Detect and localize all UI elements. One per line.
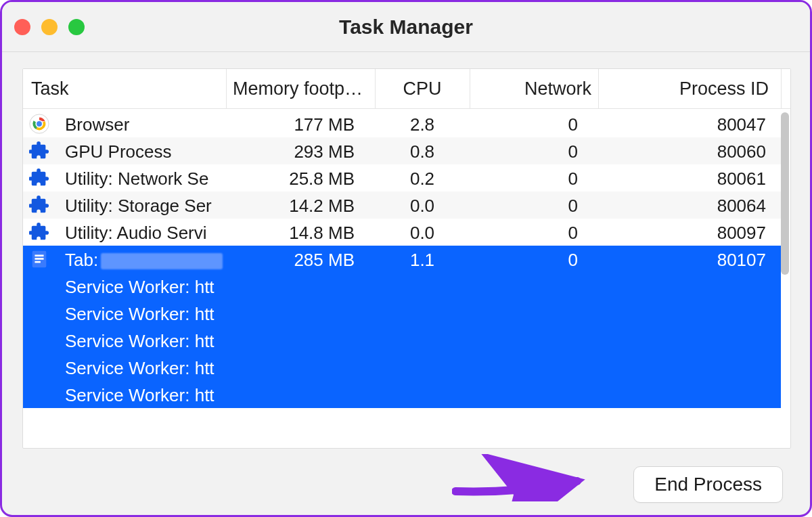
redacted-text — [101, 253, 223, 269]
memory-cell: 14.2 MB — [226, 192, 361, 219]
puzzle-icon — [28, 167, 50, 189]
table-row[interactable]: Service Worker: htt — [23, 327, 781, 354]
pid-cell: 80107 — [598, 246, 781, 273]
puzzle-icon — [28, 194, 50, 216]
col-header-task[interactable]: Task — [23, 69, 226, 109]
pid-cell: 80061 — [598, 164, 781, 192]
task-name: Service Worker: htt — [65, 327, 226, 354]
memory-cell — [226, 354, 361, 381]
content-area: Task Memory footp… CPU Network Process I… — [2, 52, 810, 455]
task-name: Utility: Audio Servi — [65, 219, 226, 246]
network-cell: 0 — [470, 137, 598, 164]
pid-cell: 80060 — [598, 137, 781, 164]
cpu-cell — [375, 381, 470, 408]
task-name: Service Worker: htt — [65, 354, 226, 381]
memory-cell: 285 MB — [226, 246, 361, 273]
task-name: Browser — [65, 110, 226, 137]
minimize-icon[interactable] — [41, 19, 58, 35]
window-title: Task Manager — [2, 16, 810, 39]
titlebar: Task Manager — [2, 2, 810, 52]
cpu-cell — [375, 300, 470, 327]
pid-cell: 80064 — [598, 192, 781, 219]
task-name: Tab: — [65, 246, 226, 273]
col-header-network[interactable]: Network — [470, 69, 598, 109]
cpu-cell: 0.0 — [375, 219, 470, 246]
network-cell: 0 — [470, 219, 598, 246]
table-row[interactable]: GPU Process293 MB0.8080060 — [23, 137, 781, 164]
table-row[interactable]: Utility: Network Se25.8 MB0.2080061 — [23, 164, 781, 192]
pid-cell — [598, 354, 781, 381]
pid-cell — [598, 300, 781, 327]
blank-icon — [28, 384, 50, 405]
col-divider — [598, 69, 599, 109]
col-header-cpu[interactable]: CPU — [375, 69, 470, 109]
cpu-cell: 2.8 — [375, 110, 470, 137]
pid-cell — [598, 273, 781, 300]
col-divider — [781, 69, 782, 109]
task-name: GPU Process — [65, 137, 226, 164]
memory-cell — [226, 381, 361, 408]
network-cell — [470, 273, 598, 300]
table-header: Task Memory footp… CPU Network Process I… — [23, 69, 790, 109]
cpu-cell: 0.8 — [375, 137, 470, 164]
blank-icon — [28, 275, 50, 297]
cpu-cell: 0.2 — [375, 164, 470, 192]
table-row[interactable]: Service Worker: htt — [23, 300, 781, 327]
network-cell — [470, 327, 598, 354]
memory-cell: 177 MB — [226, 110, 361, 137]
col-header-pid[interactable]: Process ID — [598, 69, 781, 109]
table-row[interactable]: Service Worker: htt — [23, 354, 781, 381]
network-cell: 0 — [470, 164, 598, 192]
svg-rect-4 — [35, 254, 43, 256]
task-manager-window: Task Manager Task Memory footp… CPU Netw… — [0, 0, 812, 517]
chrome-icon — [28, 113, 50, 135]
pid-cell: 80047 — [598, 110, 781, 137]
footer: End Process — [2, 454, 810, 515]
svg-point-2 — [37, 121, 42, 127]
zoom-icon[interactable] — [68, 19, 85, 35]
blank-icon — [28, 357, 50, 378]
blank-icon — [28, 302, 50, 324]
svg-rect-6 — [35, 261, 40, 263]
memory-cell — [226, 327, 361, 354]
task-name: Service Worker: htt — [65, 273, 226, 300]
memory-cell: 293 MB — [226, 137, 361, 164]
cpu-cell: 1.1 — [375, 246, 470, 273]
cpu-cell — [375, 273, 470, 300]
close-icon[interactable] — [14, 19, 30, 35]
task-name: Service Worker: htt — [65, 300, 226, 327]
memory-cell — [226, 273, 361, 300]
doc-icon — [28, 248, 50, 270]
pid-cell — [598, 381, 781, 408]
puzzle-icon — [28, 140, 50, 162]
cpu-cell — [375, 327, 470, 354]
task-name: Utility: Storage Ser — [65, 192, 226, 219]
memory-cell: 14.8 MB — [226, 219, 361, 246]
table-row[interactable]: Utility: Audio Servi14.8 MB0.0080097 — [23, 219, 781, 246]
network-cell — [470, 300, 598, 327]
col-header-memory[interactable]: Memory footp… — [226, 69, 375, 109]
window-controls — [14, 19, 85, 35]
network-cell: 0 — [470, 192, 598, 219]
table-body: Browser177 MB2.8080047GPU Process293 MB0… — [23, 110, 790, 408]
table-row[interactable]: Tab:285 MB1.1080107 — [23, 246, 781, 273]
network-cell: 0 — [470, 246, 598, 273]
scrollbar-thumb[interactable] — [781, 112, 789, 275]
table-row[interactable]: Utility: Storage Ser14.2 MB0.0080064 — [23, 192, 781, 219]
col-divider — [226, 69, 227, 109]
cpu-cell — [375, 354, 470, 381]
table-row[interactable]: Service Worker: htt — [23, 381, 781, 408]
memory-cell — [226, 300, 361, 327]
task-name: Utility: Network Se — [65, 164, 226, 192]
table-row[interactable]: Browser177 MB2.8080047 — [23, 110, 781, 137]
svg-rect-5 — [35, 258, 43, 260]
network-cell — [470, 354, 598, 381]
table-row[interactable]: Service Worker: htt — [23, 273, 781, 300]
end-process-button[interactable]: End Process — [633, 466, 783, 503]
blank-icon — [28, 330, 50, 351]
process-table: Task Memory footp… CPU Network Process I… — [22, 68, 791, 449]
pid-cell — [598, 327, 781, 354]
network-cell — [470, 381, 598, 408]
col-divider — [375, 69, 376, 109]
network-cell: 0 — [470, 110, 598, 137]
